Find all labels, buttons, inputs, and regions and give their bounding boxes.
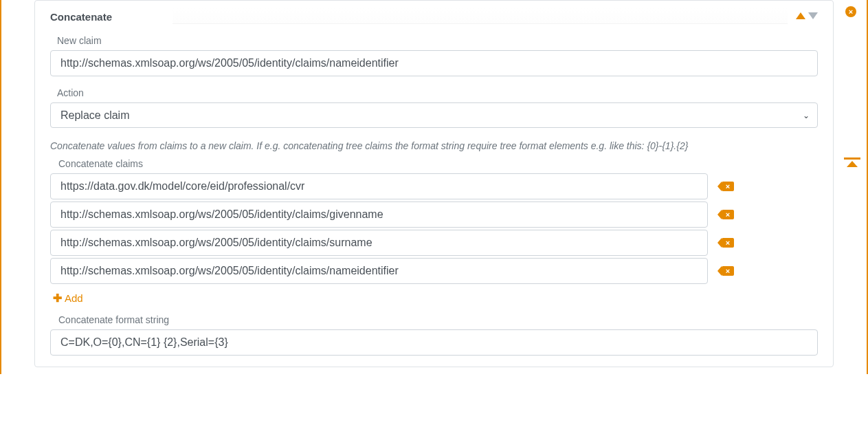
claim-row: × — [50, 230, 708, 256]
remove-card-button[interactable]: × — [845, 6, 856, 17]
move-down-button[interactable] — [808, 12, 818, 19]
delete-claim-button[interactable]: × — [722, 238, 734, 248]
claim-input[interactable] — [50, 258, 708, 284]
claim-row: × — [50, 258, 708, 284]
new-claim-input[interactable] — [50, 50, 818, 76]
frame-border-left — [0, 0, 1, 374]
format-label: Concatenate format string — [58, 314, 812, 325]
close-icon: × — [849, 8, 853, 16]
claim-input[interactable] — [50, 173, 708, 199]
header-gradient — [173, 8, 788, 24]
action-select[interactable]: Replace claim — [50, 102, 818, 128]
card-title: Concatenate — [50, 10, 167, 23]
add-claim-label: Add — [65, 292, 83, 304]
plus-icon: ✚ — [53, 292, 62, 305]
delete-icon: × — [726, 268, 730, 275]
format-string-input[interactable] — [50, 329, 818, 356]
delete-icon: × — [726, 211, 730, 219]
collapse-bar-icon — [844, 157, 860, 160]
claim-input[interactable] — [50, 201, 708, 228]
collapse-triangle-icon — [847, 161, 858, 167]
concatenate-card: × Concatenate New claim — [34, 0, 834, 367]
claim-row: × — [50, 173, 708, 199]
delete-claim-button[interactable]: × — [722, 210, 734, 219]
move-up-button[interactable] — [796, 12, 805, 19]
delete-icon: × — [726, 239, 730, 247]
add-claim-button[interactable]: ✚ Add — [53, 292, 83, 305]
claim-input[interactable] — [50, 230, 708, 256]
new-claim-label: New claim — [57, 35, 812, 46]
delete-claim-button[interactable]: × — [722, 266, 734, 276]
help-text: Concatenate values from claims to a new … — [50, 140, 818, 151]
collapse-toggle[interactable] — [844, 157, 860, 167]
delete-icon: × — [726, 183, 730, 190]
claim-row: × — [50, 201, 708, 228]
concatenate-claims-label: Concatenate claims — [58, 158, 818, 169]
delete-claim-button[interactable]: × — [722, 182, 734, 191]
action-label: Action — [57, 87, 812, 98]
